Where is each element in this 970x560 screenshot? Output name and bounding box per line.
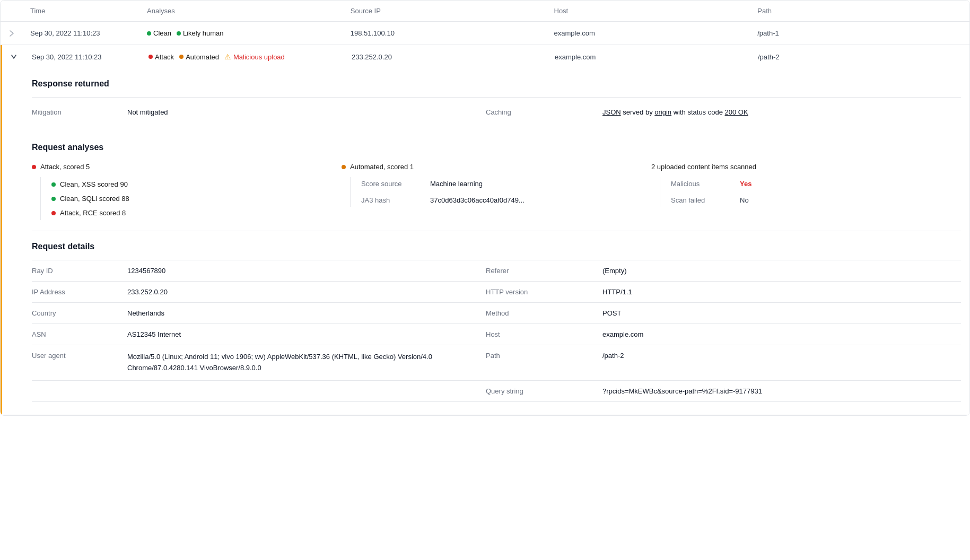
request-analyses-section: Request analyses Attack, scored 5 Clean,… — [32, 132, 961, 231]
main-table: Time Analyses Source IP Host Path Sep 30… — [0, 0, 970, 416]
caching-label: Caching — [486, 101, 602, 124]
analysis-sub-item: Clean, XSS scored 90 — [51, 177, 325, 191]
table-header: Time Analyses Source IP Host Path — [1, 1, 969, 22]
caching-status-link[interactable]: 200 OK — [725, 108, 748, 116]
green-dot — [147, 31, 151, 36]
table-row[interactable]: Sep 30, 2022 11:10:23 Attack Automated ⚠… — [1, 45, 969, 68]
col-header-analyses: Analyses — [147, 7, 351, 15]
upload-main-label: 2 uploaded content items scanned — [651, 163, 756, 171]
col-header-path: Path — [757, 7, 961, 15]
automated-main-label: Automated, scored 1 — [350, 163, 414, 171]
row2-path: /path-2 — [758, 53, 961, 61]
row1-path: /path-1 — [757, 29, 961, 37]
row1-time: Sep 30, 2022 11:10:23 — [30, 29, 147, 37]
orange-dot — [342, 165, 346, 169]
score-source-label: Score source — [361, 177, 430, 190]
response-detail-grid: Mitigation Not mitigated Caching JSON se… — [32, 98, 961, 132]
analysis-col-attack: Attack, scored 5 Clean, XSS scored 90 Cl… — [32, 163, 342, 220]
row2-badge-automated: Automated — [179, 53, 219, 61]
automated-kv: Score source Machine learning JA3 hash 3… — [350, 177, 634, 207]
row1-badge-human: Likely human — [177, 29, 224, 37]
caching-with-status: with status code — [674, 108, 725, 116]
caching-json-link[interactable]: JSON — [602, 108, 621, 116]
response-returned-section: Response returned Mitigation Not mitigat… — [32, 68, 961, 132]
green-dot — [51, 197, 56, 201]
scan-failed-value: No — [740, 194, 944, 207]
scan-failed-label: Scan failed — [671, 194, 740, 207]
query-string-label: Query string — [486, 381, 602, 402]
green-dot — [177, 31, 181, 36]
green-dot — [51, 182, 56, 187]
row1-clean-label: Clean — [153, 29, 171, 37]
method-label: Method — [486, 303, 602, 324]
row2-time: Sep 30, 2022 11:10:23 — [32, 53, 148, 61]
attack-main-label: Attack, scored 5 — [40, 163, 90, 171]
warning-triangle-icon: ⚠ — [224, 52, 231, 61]
ray-id-label: Ray ID — [32, 260, 127, 282]
orange-dot — [179, 55, 183, 59]
score-source-value: Machine learning — [430, 177, 634, 190]
row1-badge-clean: Clean — [147, 29, 171, 37]
row2-host: example.com — [555, 53, 758, 61]
user-agent-label: User agent — [32, 345, 127, 381]
row2-badge-attack: Attack — [148, 53, 174, 61]
referer-value: (Empty) — [602, 260, 961, 282]
query-string-value: ?rpcids=MkEWBc&source-path=%2Ff.sid=-917… — [602, 381, 961, 402]
chevron-down-icon — [11, 54, 32, 59]
asn-value: AS12345 Internet — [127, 324, 486, 345]
caching-served-by: served by — [623, 108, 654, 116]
country-label: Country — [32, 303, 127, 324]
red-dot — [51, 211, 56, 215]
row2-badge-malicious: ⚠ Malicious upload — [224, 52, 285, 61]
row1-source-ip: 198.51.100.10 — [351, 29, 554, 37]
host-right-value: example.com — [602, 324, 961, 345]
col-header-host: Host — [554, 7, 758, 15]
malicious-label: Malicious — [671, 177, 740, 190]
user-agent-value: Mozilla/5.0 (Linux; Android 11; vivo 190… — [127, 345, 486, 381]
host-right-label: Host — [486, 324, 602, 345]
analysis-sub-item: Attack, RCE scored 8 — [51, 206, 325, 220]
row2-analyses: Attack Automated ⚠ Malicious upload — [148, 52, 352, 61]
row1-human-label: Likely human — [183, 29, 224, 37]
attack-sub-items: Clean, XSS scored 90 Clean, SQLi scored … — [40, 177, 325, 220]
analysis-col-automated: Automated, scored 1 Score source Machine… — [342, 163, 651, 220]
expanded-detail-inner: Response returned Mitigation Not mitigat… — [2, 68, 969, 231]
ja3-value: 37c0d63d3c06acc40af0d749... — [430, 194, 634, 207]
request-details-section: Request details Ray ID 1234567890 Refere… — [2, 231, 969, 415]
row1-analyses: Clean Likely human — [147, 29, 351, 37]
ip-address-label: IP Address — [32, 282, 127, 303]
upload-kv: Malicious Yes Scan failed No — [660, 177, 944, 207]
mitigation-value: Not mitigated — [127, 101, 486, 124]
asn-label: ASN — [32, 324, 127, 345]
referer-label: Referer — [486, 260, 602, 282]
request-details-grid: Ray ID 1234567890 Referer (Empty) IP Add… — [32, 260, 961, 402]
path-right-label: Path — [486, 345, 602, 381]
request-details-title: Request details — [32, 242, 961, 251]
country-value: Netherlands — [127, 303, 486, 324]
attack-main-item: Attack, scored 5 — [32, 163, 325, 171]
mitigation-label: Mitigation — [32, 101, 127, 124]
row2-malicious-label: Malicious upload — [233, 53, 285, 61]
row2-attack-label: Attack — [155, 53, 174, 61]
expanded-detail: Response returned Mitigation Not mitigat… — [1, 68, 969, 415]
row1-host: example.com — [554, 29, 758, 37]
request-analyses-title: Request analyses — [32, 143, 961, 152]
analyses-columns: Attack, scored 5 Clean, XSS scored 90 Cl… — [32, 163, 961, 220]
col-header-time: Time — [30, 7, 147, 15]
http-version-value: HTTP/1.1 — [602, 282, 961, 303]
col-header-sourceip: Source IP — [351, 7, 554, 15]
http-version-label: HTTP version — [486, 282, 602, 303]
rce-label: Attack, RCE scored 8 — [60, 209, 126, 217]
xss-label: Clean, XSS scored 90 — [60, 180, 128, 188]
table-row[interactable]: Sep 30, 2022 11:10:23 Clean Likely human… — [1, 22, 969, 45]
ja3-label: JA3 hash — [361, 194, 430, 207]
automated-main-item: Automated, scored 1 — [342, 163, 634, 171]
ray-id-value: 1234567890 — [127, 260, 486, 282]
sqli-label: Clean, SQLi scored 88 — [60, 195, 129, 203]
caching-origin-link[interactable]: origin — [654, 108, 671, 116]
response-returned-title: Response returned — [32, 68, 961, 98]
red-dot — [148, 55, 153, 59]
upload-main-item: 2 uploaded content items scanned — [651, 163, 944, 171]
analysis-sub-item: Clean, SQLi scored 88 — [51, 191, 325, 206]
path-right-value: /path-2 — [602, 345, 961, 381]
